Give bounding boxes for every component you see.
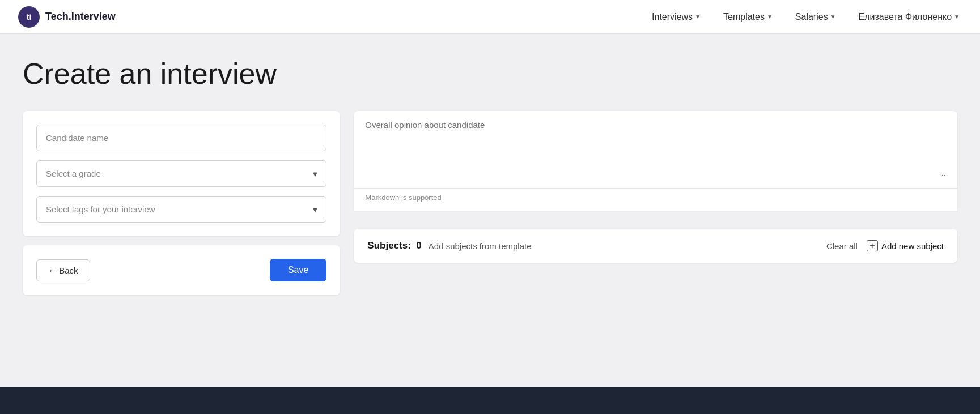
main-content: Create an interview Select a grade Junio… xyxy=(0,34,980,387)
opinion-textarea[interactable] xyxy=(365,120,946,177)
nav-templates-chevron: ▼ xyxy=(767,14,773,20)
back-button[interactable]: ← Back xyxy=(36,259,90,281)
actions-card: ← Back Save xyxy=(23,245,340,295)
navbar-nav: Interviews ▼ Templates ▼ Salaries ▼ Елиз… xyxy=(650,8,962,25)
clear-all-button[interactable]: Clear all xyxy=(826,241,858,251)
nav-salaries-chevron: ▼ xyxy=(830,14,836,20)
add-new-subject-button[interactable]: + Add new subject xyxy=(867,240,944,251)
form-card: Select a grade Junior Middle Senior ▼ Se… xyxy=(23,111,340,236)
brand-logo: ti xyxy=(18,6,40,28)
subjects-label: Subjects: 0 xyxy=(367,240,421,251)
subjects-right: Clear all + Add new subject xyxy=(826,240,944,251)
opinion-card xyxy=(354,111,957,189)
nav-user[interactable]: Елизавета Филоненко ▼ xyxy=(856,8,962,25)
subjects-card: Subjects: 0 Add subjects from template C… xyxy=(354,229,957,263)
plus-icon: + xyxy=(867,240,878,251)
nav-interviews[interactable]: Interviews ▼ xyxy=(650,8,703,25)
grade-select-wrapper: Select a grade Junior Middle Senior ▼ xyxy=(36,160,326,187)
tags-select[interactable]: Select tags for your interview xyxy=(36,196,326,223)
opinion-section: Markdown is supported xyxy=(354,111,957,211)
nav-user-chevron: ▼ xyxy=(954,14,960,20)
markdown-hint: Markdown is supported xyxy=(354,189,957,211)
subjects-count: 0 xyxy=(416,240,421,251)
tags-select-wrapper: Select tags for your interview ▼ xyxy=(36,196,326,223)
form-layout: Select a grade Junior Middle Senior ▼ Se… xyxy=(23,111,957,295)
save-button[interactable]: Save xyxy=(270,259,326,281)
right-panel: Markdown is supported Subjects: 0 Add su… xyxy=(354,111,957,263)
nav-salaries[interactable]: Salaries ▼ xyxy=(793,8,838,25)
subjects-left: Subjects: 0 Add subjects from template xyxy=(367,240,531,251)
nav-templates[interactable]: Templates ▼ xyxy=(721,8,775,25)
left-panel: Select a grade Junior Middle Senior ▼ Se… xyxy=(23,111,340,295)
grade-select[interactable]: Select a grade Junior Middle Senior xyxy=(36,160,326,187)
candidate-name-input[interactable] xyxy=(36,125,326,151)
footer xyxy=(0,387,980,414)
nav-interviews-chevron: ▼ xyxy=(695,14,701,20)
navbar: ti Tech.Interview Interviews ▼ Templates… xyxy=(0,0,980,34)
add-from-template-link[interactable]: Add subjects from template xyxy=(429,241,532,251)
brand-link[interactable]: ti Tech.Interview xyxy=(18,6,116,28)
brand-name: Tech.Interview xyxy=(45,11,116,23)
page-title: Create an interview xyxy=(23,57,957,91)
right-sections: Markdown is supported Subjects: 0 Add su… xyxy=(354,111,957,263)
